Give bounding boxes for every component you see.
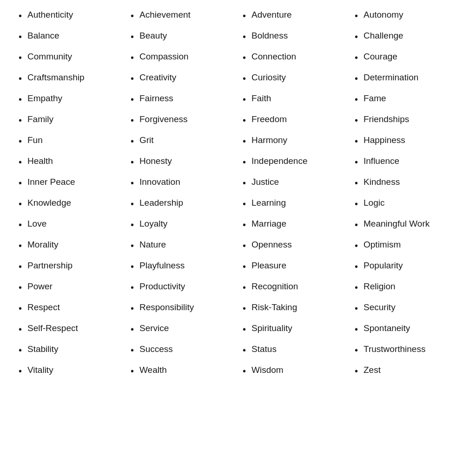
- item-label: Recognition: [251, 281, 298, 293]
- bullet-icon: •: [243, 52, 246, 64]
- list-item: •Vitality: [19, 365, 121, 377]
- list-item: •Love: [19, 218, 121, 231]
- item-label: Adventure: [251, 9, 292, 21]
- list-item: •Marriage: [243, 218, 345, 231]
- bullet-icon: •: [355, 219, 358, 231]
- list-item: •Learning: [243, 197, 345, 210]
- list-item: •Nature: [131, 239, 233, 252]
- item-label: Fairness: [139, 93, 173, 104]
- bullet-icon: •: [19, 31, 22, 43]
- bullet-icon: •: [355, 198, 358, 210]
- item-label: Beauty: [139, 30, 167, 42]
- item-label: Autonomy: [364, 9, 403, 21]
- item-label: Morality: [27, 239, 59, 251]
- list-item: •Achievement: [131, 9, 233, 22]
- item-label: Faith: [251, 93, 271, 104]
- bullet-icon: •: [19, 72, 22, 85]
- item-label: Knowledge: [27, 197, 71, 209]
- item-label: Achievement: [139, 9, 191, 21]
- bullet-icon: •: [19, 240, 22, 252]
- bullet-icon: •: [243, 219, 246, 231]
- list-item: •Fun: [19, 135, 121, 147]
- bullet-icon: •: [131, 344, 134, 356]
- list-item: •Influence: [355, 156, 457, 168]
- item-label: Spirituality: [251, 323, 292, 334]
- bullet-icon: •: [355, 302, 358, 314]
- bullet-icon: •: [355, 323, 358, 335]
- bullet-icon: •: [131, 31, 134, 43]
- list-item: •Religion: [355, 281, 457, 293]
- list-item: •Popularity: [355, 260, 457, 273]
- bullet-icon: •: [131, 323, 134, 335]
- item-label: Courage: [364, 51, 397, 63]
- item-label: Curiosity: [251, 72, 286, 84]
- item-label: Kindness: [364, 176, 400, 188]
- bullet-icon: •: [243, 177, 246, 189]
- item-label: Balance: [27, 30, 60, 42]
- bullet-icon: •: [19, 302, 22, 314]
- list-item: •Spirituality: [243, 323, 345, 335]
- list-item: •Security: [355, 302, 457, 314]
- bullet-icon: •: [19, 114, 22, 126]
- item-label: Justice: [251, 176, 279, 188]
- item-label: Community: [27, 51, 72, 63]
- list-item: •Honesty: [131, 156, 233, 168]
- list-item: •Respect: [19, 302, 121, 314]
- list-item: •Family: [19, 114, 121, 126]
- list-item: •Openness: [243, 239, 345, 252]
- item-label: Optimism: [364, 239, 401, 251]
- item-label: Vitality: [27, 365, 53, 376]
- bullet-icon: •: [131, 240, 134, 252]
- bullet-icon: •: [19, 52, 22, 64]
- item-label: Creativity: [139, 72, 176, 84]
- list-item: •Autonomy: [355, 9, 457, 22]
- bullet-icon: •: [243, 10, 246, 22]
- column-2: •Achievement•Beauty•Compassion•Creativit…: [126, 9, 238, 385]
- list-item: •Optimism: [355, 239, 457, 252]
- bullet-icon: •: [355, 365, 358, 377]
- item-label: Friendships: [364, 114, 409, 125]
- bullet-icon: •: [131, 135, 134, 147]
- list-item: •Challenge: [355, 30, 457, 43]
- list-item: •Empathy: [19, 93, 121, 105]
- bullet-icon: •: [19, 323, 22, 335]
- item-label: Pleasure: [251, 260, 286, 272]
- item-label: Forgiveness: [139, 114, 188, 125]
- column-3: •Adventure•Boldness•Connection•Curiosity…: [238, 9, 350, 385]
- item-label: Family: [27, 114, 53, 125]
- item-label: Respect: [27, 302, 60, 313]
- bullet-icon: •: [243, 261, 246, 273]
- item-label: Craftsmanship: [27, 72, 85, 84]
- item-label: Playfulness: [139, 260, 185, 272]
- list-item: •Leadership: [131, 197, 233, 210]
- item-label: Self-Respect: [27, 323, 78, 334]
- list-item: •Independence: [243, 156, 345, 168]
- item-label: Security: [364, 302, 396, 313]
- list-item: •Zest: [355, 365, 457, 377]
- bullet-icon: •: [19, 344, 22, 356]
- list-item: •Grit: [131, 135, 233, 147]
- list-item: •Freedom: [243, 114, 345, 126]
- list-item: •Wealth: [131, 365, 233, 377]
- item-label: Challenge: [364, 30, 403, 42]
- list-item: •Risk-Taking: [243, 302, 345, 314]
- list-item: •Friendships: [355, 114, 457, 126]
- list-item: •Status: [243, 344, 345, 356]
- item-label: Inner Peace: [27, 176, 75, 188]
- item-label: Stability: [27, 344, 59, 355]
- list-item: •Forgiveness: [131, 114, 233, 126]
- list-item: •Craftsmanship: [19, 72, 121, 85]
- item-label: Wisdom: [251, 365, 284, 376]
- item-label: Determination: [364, 72, 418, 84]
- item-label: Influence: [364, 156, 399, 167]
- item-label: Connection: [251, 51, 296, 63]
- item-label: Love: [27, 218, 46, 230]
- item-label: Harmony: [251, 135, 287, 146]
- item-label: Service: [139, 323, 169, 334]
- list-item: •Fame: [355, 93, 457, 105]
- bullet-icon: •: [19, 10, 22, 22]
- list-item: •Logic: [355, 197, 457, 210]
- bullet-icon: •: [355, 281, 358, 293]
- item-label: Empathy: [27, 93, 62, 104]
- item-label: Freedom: [251, 114, 287, 125]
